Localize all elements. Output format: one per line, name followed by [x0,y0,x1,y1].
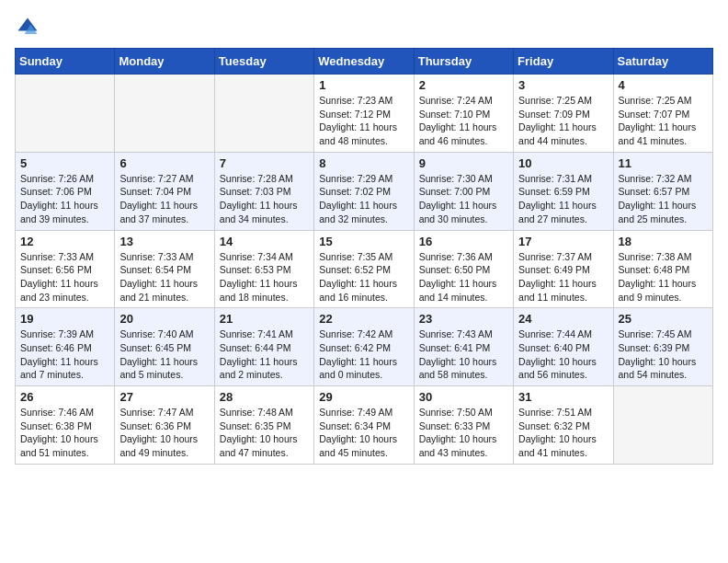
day-cell-7: 7Sunrise: 7:28 AM Sunset: 7:03 PM Daylig… [214,152,313,230]
day-number: 8 [319,156,408,170]
day-cell-30: 30Sunrise: 7:50 AM Sunset: 6:33 PM Dayli… [414,386,513,465]
day-info: Sunrise: 7:24 AM Sunset: 7:10 PM Dayligh… [419,94,508,148]
day-number: 28 [220,390,309,404]
day-number: 25 [619,312,708,326]
day-info: Sunrise: 7:37 AM Sunset: 6:49 PM Dayligh… [518,250,608,304]
day-cell-6: 6Sunrise: 7:27 AM Sunset: 7:04 PM Daylig… [115,152,214,230]
empty-cell [214,75,313,153]
day-number: 23 [419,312,508,326]
day-cell-27: 27Sunrise: 7:47 AM Sunset: 6:36 PM Dayli… [115,386,214,465]
day-cell-28: 28Sunrise: 7:48 AM Sunset: 6:35 PM Dayli… [214,386,313,465]
day-number: 22 [319,312,408,326]
day-cell-11: 11Sunrise: 7:32 AM Sunset: 6:57 PM Dayli… [613,152,712,230]
day-cell-31: 31Sunrise: 7:51 AM Sunset: 6:32 PM Dayli… [514,386,613,465]
day-info: Sunrise: 7:29 AM Sunset: 7:02 PM Dayligh… [319,172,408,226]
day-info: Sunrise: 7:35 AM Sunset: 6:52 PM Dayligh… [319,250,408,304]
day-cell-12: 12Sunrise: 7:33 AM Sunset: 6:56 PM Dayli… [16,230,115,308]
day-info: Sunrise: 7:32 AM Sunset: 6:57 PM Dayligh… [619,172,708,226]
empty-cell [613,386,712,465]
day-cell-9: 9Sunrise: 7:30 AM Sunset: 7:00 PM Daylig… [414,152,513,230]
day-cell-13: 13Sunrise: 7:33 AM Sunset: 6:54 PM Dayli… [115,230,214,308]
day-info: Sunrise: 7:25 AM Sunset: 7:09 PM Dayligh… [518,94,608,148]
day-number: 4 [619,78,708,92]
weekday-header-tuesday: Tuesday [214,49,313,75]
day-number: 15 [319,235,408,248]
day-cell-23: 23Sunrise: 7:43 AM Sunset: 6:41 PM Dayli… [414,308,513,386]
day-number: 27 [119,390,209,404]
day-number: 12 [20,235,109,248]
day-cell-15: 15Sunrise: 7:35 AM Sunset: 6:52 PM Dayli… [314,230,414,308]
svg-marker-0 [18,18,38,31]
day-info: Sunrise: 7:33 AM Sunset: 6:56 PM Dayligh… [20,250,109,304]
day-info: Sunrise: 7:43 AM Sunset: 6:41 PM Dayligh… [419,327,508,382]
day-number: 7 [220,156,309,170]
day-info: Sunrise: 7:40 AM Sunset: 6:45 PM Dayligh… [119,327,209,382]
weekday-header-thursday: Thursday [414,49,513,75]
day-cell-25: 25Sunrise: 7:45 AM Sunset: 6:39 PM Dayli… [613,308,712,386]
weekday-header-friday: Friday [514,49,613,75]
day-number: 3 [518,78,608,92]
day-cell-18: 18Sunrise: 7:38 AM Sunset: 6:48 PM Dayli… [613,230,712,308]
day-info: Sunrise: 7:27 AM Sunset: 7:04 PM Dayligh… [119,172,209,226]
day-number: 2 [419,78,508,92]
day-cell-22: 22Sunrise: 7:42 AM Sunset: 6:42 PM Dayli… [314,308,414,386]
day-number: 19 [20,312,109,326]
day-number: 17 [518,235,608,248]
day-cell-2: 2Sunrise: 7:24 AM Sunset: 7:10 PM Daylig… [414,75,513,153]
day-info: Sunrise: 7:49 AM Sunset: 6:34 PM Dayligh… [319,406,408,460]
day-cell-10: 10Sunrise: 7:31 AM Sunset: 6:59 PM Dayli… [514,152,613,230]
day-number: 9 [419,156,508,170]
week-row-4: 19Sunrise: 7:39 AM Sunset: 6:46 PM Dayli… [16,308,713,386]
day-cell-26: 26Sunrise: 7:46 AM Sunset: 6:38 PM Dayli… [16,386,115,465]
day-info: Sunrise: 7:34 AM Sunset: 6:53 PM Dayligh… [220,250,309,304]
day-number: 14 [220,235,309,248]
day-info: Sunrise: 7:44 AM Sunset: 6:40 PM Dayligh… [518,327,608,382]
day-info: Sunrise: 7:38 AM Sunset: 6:48 PM Dayligh… [619,250,708,304]
day-cell-5: 5Sunrise: 7:26 AM Sunset: 7:06 PM Daylig… [16,152,115,230]
day-cell-21: 21Sunrise: 7:41 AM Sunset: 6:44 PM Dayli… [214,308,313,386]
day-cell-17: 17Sunrise: 7:37 AM Sunset: 6:49 PM Dayli… [514,230,613,308]
day-number: 31 [518,390,608,404]
day-info: Sunrise: 7:30 AM Sunset: 7:00 PM Dayligh… [419,172,508,226]
day-info: Sunrise: 7:45 AM Sunset: 6:39 PM Dayligh… [619,327,708,382]
day-info: Sunrise: 7:51 AM Sunset: 6:32 PM Dayligh… [518,406,608,460]
day-number: 26 [20,390,109,404]
day-number: 29 [319,390,408,404]
day-number: 16 [419,235,508,248]
day-number: 18 [619,235,708,248]
day-number: 6 [119,156,209,170]
weekday-header-row: SundayMondayTuesdayWednesdayThursdayFrid… [16,49,713,75]
calendar-table: SundayMondayTuesdayWednesdayThursdayFrid… [15,48,713,465]
day-cell-19: 19Sunrise: 7:39 AM Sunset: 6:46 PM Dayli… [16,308,115,386]
day-cell-24: 24Sunrise: 7:44 AM Sunset: 6:40 PM Dayli… [514,308,613,386]
weekday-header-sunday: Sunday [16,49,115,75]
logo-icon [15,15,40,40]
header [15,15,713,40]
day-info: Sunrise: 7:50 AM Sunset: 6:33 PM Dayligh… [419,406,508,460]
day-cell-16: 16Sunrise: 7:36 AM Sunset: 6:50 PM Dayli… [414,230,513,308]
day-info: Sunrise: 7:31 AM Sunset: 6:59 PM Dayligh… [518,172,608,226]
week-row-5: 26Sunrise: 7:46 AM Sunset: 6:38 PM Dayli… [16,386,713,465]
day-number: 30 [419,390,508,404]
day-number: 1 [319,78,408,92]
day-info: Sunrise: 7:42 AM Sunset: 6:42 PM Dayligh… [319,327,408,382]
day-info: Sunrise: 7:23 AM Sunset: 7:12 PM Dayligh… [319,94,408,148]
empty-cell [16,75,115,153]
day-cell-14: 14Sunrise: 7:34 AM Sunset: 6:53 PM Dayli… [214,230,313,308]
week-row-2: 5Sunrise: 7:26 AM Sunset: 7:06 PM Daylig… [16,152,713,230]
day-number: 13 [119,235,209,248]
day-info: Sunrise: 7:36 AM Sunset: 6:50 PM Dayligh… [419,250,508,304]
day-info: Sunrise: 7:41 AM Sunset: 6:44 PM Dayligh… [220,327,309,382]
day-info: Sunrise: 7:28 AM Sunset: 7:03 PM Dayligh… [220,172,309,226]
day-cell-4: 4Sunrise: 7:25 AM Sunset: 7:07 PM Daylig… [613,75,712,153]
weekday-header-wednesday: Wednesday [314,49,414,75]
day-cell-8: 8Sunrise: 7:29 AM Sunset: 7:02 PM Daylig… [314,152,414,230]
week-row-3: 12Sunrise: 7:33 AM Sunset: 6:56 PM Dayli… [16,230,713,308]
day-cell-3: 3Sunrise: 7:25 AM Sunset: 7:09 PM Daylig… [514,75,613,153]
day-number: 20 [119,312,209,326]
empty-cell [115,75,214,153]
weekday-header-saturday: Saturday [613,49,712,75]
day-number: 21 [220,312,309,326]
day-info: Sunrise: 7:25 AM Sunset: 7:07 PM Dayligh… [619,94,708,148]
day-number: 24 [518,312,608,326]
